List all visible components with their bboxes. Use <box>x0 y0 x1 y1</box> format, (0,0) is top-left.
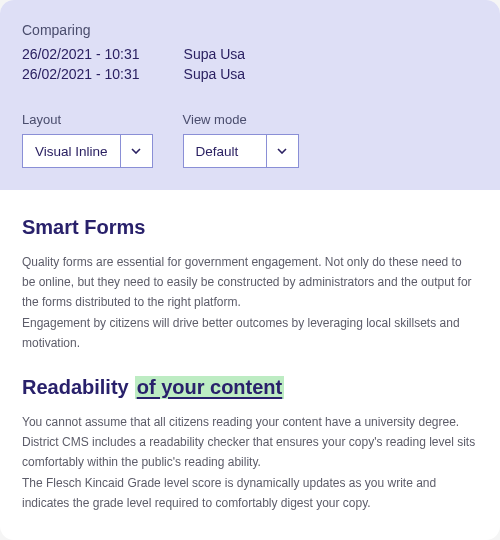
layout-control: Layout Visual Inline <box>22 112 153 168</box>
readability-title-highlight: of your content <box>135 376 285 399</box>
viewmode-control: View mode Default <box>183 112 299 168</box>
compare-date: 26/02/2021 - 10:31 <box>22 46 140 62</box>
diff-content: Smart Forms Quality forms are essential … <box>0 190 500 540</box>
smart-forms-title: Smart Forms <box>22 216 478 239</box>
chevron-down-icon <box>120 135 152 167</box>
viewmode-select[interactable]: Default <box>183 134 299 168</box>
readability-title-plain: Readability <box>22 376 129 399</box>
diff-panel: Comparing 26/02/2021 - 10:31 Supa Usa 26… <box>0 0 500 540</box>
compare-user: Supa Usa <box>184 66 245 82</box>
readability-title: Readability of your content <box>22 376 478 399</box>
layout-label: Layout <box>22 112 153 127</box>
readability-paragraph-1: You cannot assume that all citizens read… <box>22 413 478 472</box>
viewmode-select-value: Default <box>184 135 266 167</box>
compare-row-1: 26/02/2021 - 10:31 Supa Usa <box>22 46 478 62</box>
diff-header: Comparing 26/02/2021 - 10:31 Supa Usa 26… <box>0 0 500 190</box>
compare-date: 26/02/2021 - 10:31 <box>22 66 140 82</box>
controls-row: Layout Visual Inline View mode Default <box>22 112 478 168</box>
compare-row-2: 26/02/2021 - 10:31 Supa Usa <box>22 66 478 82</box>
layout-select[interactable]: Visual Inline <box>22 134 153 168</box>
viewmode-label: View mode <box>183 112 299 127</box>
compare-user: Supa Usa <box>184 46 245 62</box>
smart-forms-paragraph-2: Engagement by citizens will drive better… <box>22 314 478 354</box>
readability-paragraph-2: The Flesch Kincaid Grade level score is … <box>22 474 478 514</box>
smart-forms-paragraph-1: Quality forms are essential for governme… <box>22 253 478 312</box>
chevron-down-icon <box>266 135 298 167</box>
layout-select-value: Visual Inline <box>23 135 120 167</box>
comparing-label: Comparing <box>22 22 478 38</box>
